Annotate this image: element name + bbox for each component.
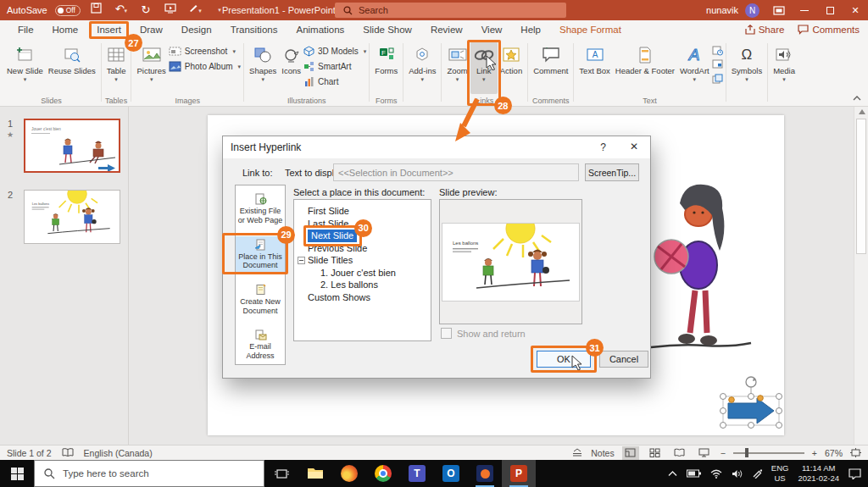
avatar[interactable]: N <box>745 3 760 18</box>
battery-icon[interactable] <box>687 469 701 478</box>
autosave-toggle[interactable]: Off <box>55 5 81 16</box>
scrollbar-thumb[interactable] <box>856 119 866 254</box>
cancel-button[interactable]: Cancel <box>599 351 648 368</box>
date-time-icon[interactable] <box>712 45 723 56</box>
header-footer-button[interactable]: Header & Footer <box>613 42 677 94</box>
slide-show-view-button[interactable] <box>696 446 713 460</box>
hidden-icons-chevron-icon[interactable] <box>668 470 677 477</box>
tab-draw[interactable]: Draw <box>131 22 172 37</box>
search-box[interactable]: Search <box>335 3 566 18</box>
reuse-slides-button[interactable]: Reuse Slides <box>46 42 98 94</box>
slide-indicator[interactable]: Slide 1 of 2 <box>7 448 52 458</box>
zoom-level[interactable]: 67% <box>825 448 843 458</box>
tree-item-custom-shows[interactable]: Custom Shows <box>294 291 431 304</box>
wifi-icon[interactable] <box>710 469 722 479</box>
tab-transitions[interactable]: Transitions <box>221 22 287 37</box>
rotation-handle[interactable] <box>746 377 756 387</box>
link-button[interactable]: Link▾ 28 <box>470 42 498 94</box>
adjustment-handle[interactable] <box>729 397 735 403</box>
sidebar-item-existing-file[interactable]: Existing File or Web Page <box>236 191 285 228</box>
selected-arrow-shape[interactable] <box>716 374 786 434</box>
comment-button[interactable]: Comment <box>531 42 570 94</box>
text-to-display-input[interactable] <box>333 163 579 181</box>
slide-2-thumbnail[interactable]: Les ballons <box>24 190 120 244</box>
powerpoint-button[interactable]: P <box>502 460 536 487</box>
pictures-button[interactable]: Pictures▾ <box>134 42 168 94</box>
tree-item-slide-title-1[interactable]: 1. Jouer c'est bien <box>294 267 431 279</box>
ok-button[interactable]: OK 31 <box>537 351 591 368</box>
zoom-out-button[interactable]: − <box>721 448 726 458</box>
add-ins-button[interactable]: Add-ins▾ <box>406 42 438 94</box>
dialog-title-bar[interactable]: Insert Hyperlink <box>223 136 650 158</box>
tab-insert[interactable]: Insert 27 <box>87 22 131 37</box>
sidebar-item-place-in-document[interactable]: Place in This Document 29 <box>236 236 285 274</box>
text-box-button[interactable]: A Text Box <box>576 42 612 94</box>
tab-help[interactable]: Help <box>511 22 550 37</box>
start-button[interactable] <box>0 460 34 487</box>
tree-item-last-slide[interactable]: Last Slide <box>294 218 431 230</box>
file-explorer-button[interactable] <box>298 460 332 487</box>
tree-item-next-slide[interactable]: Next Slide 30 <box>294 230 431 242</box>
tree-item-slide-titles[interactable]: Slide Titles <box>294 254 431 267</box>
action-button[interactable]: Action <box>498 42 525 94</box>
taskbar-search-box[interactable]: Type here to search <box>34 460 264 487</box>
share-button[interactable]: Share <box>745 25 785 35</box>
reading-view-button[interactable] <box>671 446 688 460</box>
pen-tray-icon[interactable] <box>752 468 762 479</box>
slide-1-thumbnail[interactable]: Jouer c'est bien <box>24 119 120 173</box>
save-icon[interactable] <box>88 0 105 20</box>
zoom-in-button[interactable]: + <box>812 448 817 458</box>
start-from-beginning-icon[interactable] <box>162 0 179 20</box>
clock[interactable]: 11:14 AM 2021-02-24 <box>798 463 839 484</box>
firefox-button[interactable] <box>332 460 366 487</box>
tab-review[interactable]: Review <box>421 22 472 37</box>
pen-dropdown-icon[interactable]: ▾ <box>198 8 202 14</box>
tree-item-previous-slide[interactable]: Previous Slide <box>294 242 431 255</box>
notes-label[interactable]: Notes <box>591 448 614 458</box>
accessibility-icon[interactable] <box>62 448 74 457</box>
show-and-return-checkbox[interactable] <box>441 328 452 339</box>
notes-icon[interactable] <box>571 448 583 457</box>
photo-album-button[interactable]: Photo Album▾ <box>169 61 241 72</box>
tab-view[interactable]: View <box>472 22 512 37</box>
tab-animations[interactable]: Animations <box>287 22 353 37</box>
sidebar-item-create-new[interactable]: Create New Document <box>236 281 285 318</box>
teams-button[interactable]: T <box>400 460 434 487</box>
lms-app-button[interactable] <box>468 460 502 487</box>
3d-models-button[interactable]: 3D Models▾ <box>303 46 366 57</box>
media-button[interactable]: Media▾ <box>771 42 798 94</box>
tree-item-next-slide-selected[interactable]: Next Slide 30 <box>308 230 357 242</box>
tab-file[interactable]: File <box>8 22 43 37</box>
pen-icon[interactable]: ▾ <box>186 0 203 21</box>
icons-button[interactable]: Icons <box>279 42 303 94</box>
outlook-button[interactable]: O <box>434 460 468 487</box>
new-slide-button[interactable]: New Slide▾ <box>4 42 46 94</box>
tab-home[interactable]: Home <box>43 22 88 37</box>
slide-number-icon[interactable] <box>712 59 723 70</box>
close-button[interactable]: ✕ <box>843 0 868 20</box>
restore-button[interactable] <box>817 0 843 20</box>
chrome-button[interactable] <box>366 460 400 487</box>
slide-sorter-view-button[interactable] <box>647 446 664 460</box>
normal-view-button[interactable] <box>622 446 639 460</box>
screentip-button[interactable]: ScreenTip... <box>585 163 639 181</box>
action-center-icon[interactable] <box>849 468 861 479</box>
tree-item-first-slide[interactable]: First Slide <box>294 205 431 218</box>
presenter-mode-icon[interactable] <box>766 0 792 20</box>
undo-dropdown-icon[interactable]: ▾ <box>125 8 128 14</box>
task-view-button[interactable] <box>264 460 298 487</box>
language-indicator[interactable]: English (Canada) <box>84 448 153 458</box>
dialog-close-button[interactable]: ✕ <box>630 141 638 152</box>
shapes-button[interactable]: Shapes▾ <box>247 42 279 94</box>
zoom-slider[interactable] <box>733 452 804 454</box>
tab-shape-format[interactable]: Shape Format <box>550 22 631 37</box>
object-icon[interactable] <box>712 74 723 85</box>
volume-icon[interactable] <box>732 469 743 479</box>
smartart-button[interactable]: SmartArt <box>303 61 366 72</box>
redo-icon[interactable]: ↻ <box>137 0 154 20</box>
dialog-help-button[interactable]: ? <box>600 141 606 153</box>
language-switcher[interactable]: ENG US <box>771 463 789 484</box>
fit-slide-icon[interactable] <box>850 448 861 457</box>
zoom-button[interactable]: Zoom▾ <box>444 42 470 94</box>
collapse-ribbon-icon[interactable] <box>853 89 861 104</box>
